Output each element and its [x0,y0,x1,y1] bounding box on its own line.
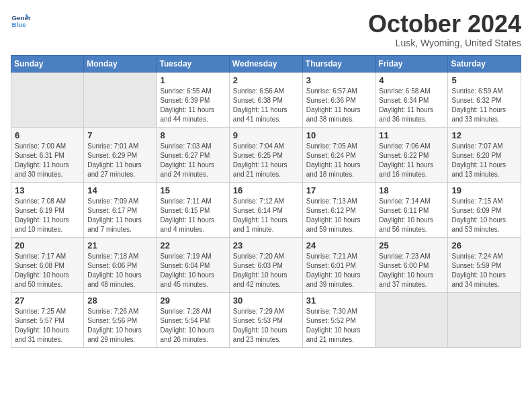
day-number: 30 [233,295,299,306]
day-cell: 12Sunrise: 7:07 AM Sunset: 6:20 PM Dayli… [448,127,521,182]
day-info: Sunrise: 7:12 AM Sunset: 6:14 PM Dayligh… [233,197,299,234]
calendar-body: 1Sunrise: 6:55 AM Sunset: 6:39 PM Daylig… [11,72,521,347]
day-cell: 3Sunrise: 6:57 AM Sunset: 6:36 PM Daylig… [302,72,375,127]
day-number: 11 [379,130,444,140]
weekday-header-sunday: Sunday [11,55,84,72]
day-info: Sunrise: 7:26 AM Sunset: 5:56 PM Dayligh… [87,307,152,345]
day-info: Sunrise: 7:11 AM Sunset: 6:15 PM Dayligh… [161,197,226,234]
day-cell: 7Sunrise: 7:01 AM Sunset: 6:29 PM Daylig… [84,127,157,182]
day-cell: 13Sunrise: 7:08 AM Sunset: 6:19 PM Dayli… [11,182,84,237]
day-cell: 28Sunrise: 7:26 AM Sunset: 5:56 PM Dayli… [84,292,157,347]
day-number: 23 [233,240,299,250]
weekday-header-friday: Friday [375,55,448,72]
day-cell [11,72,84,127]
day-cell: 15Sunrise: 7:11 AM Sunset: 6:15 PM Dayli… [157,182,229,237]
week-row-5: 27Sunrise: 7:25 AM Sunset: 5:57 PM Dayli… [11,292,521,347]
day-number: 18 [379,185,444,195]
day-number: 14 [87,185,152,195]
day-cell: 6Sunrise: 7:00 AM Sunset: 6:31 PM Daylig… [11,127,84,182]
day-cell: 31Sunrise: 7:30 AM Sunset: 5:52 PM Dayli… [302,292,375,347]
day-info: Sunrise: 7:15 AM Sunset: 6:09 PM Dayligh… [451,197,517,234]
logo-icon: General Blue [11,11,31,31]
day-cell: 14Sunrise: 7:09 AM Sunset: 6:17 PM Dayli… [84,182,157,237]
day-cell [375,292,448,347]
day-cell: 9Sunrise: 7:04 AM Sunset: 6:25 PM Daylig… [229,127,302,182]
day-info: Sunrise: 7:00 AM Sunset: 6:31 PM Dayligh… [15,142,80,179]
day-cell: 5Sunrise: 6:59 AM Sunset: 6:32 PM Daylig… [448,72,521,127]
day-number: 2 [233,75,299,85]
day-cell: 16Sunrise: 7:12 AM Sunset: 6:14 PM Dayli… [229,182,302,237]
day-cell: 20Sunrise: 7:17 AM Sunset: 6:08 PM Dayli… [11,237,84,292]
day-info: Sunrise: 6:55 AM Sunset: 6:39 PM Dayligh… [161,87,226,124]
weekday-header-saturday: Saturday [448,55,521,72]
weekday-header-thursday: Thursday [302,55,375,72]
day-info: Sunrise: 7:06 AM Sunset: 6:22 PM Dayligh… [379,142,444,179]
day-info: Sunrise: 7:08 AM Sunset: 6:19 PM Dayligh… [15,197,80,234]
day-cell: 25Sunrise: 7:23 AM Sunset: 6:00 PM Dayli… [375,237,448,292]
day-number: 4 [379,75,444,85]
day-number: 24 [306,240,372,250]
day-cell: 21Sunrise: 7:18 AM Sunset: 6:06 PM Dayli… [84,237,157,292]
day-info: Sunrise: 7:21 AM Sunset: 6:01 PM Dayligh… [306,252,372,289]
day-cell: 29Sunrise: 7:28 AM Sunset: 5:54 PM Dayli… [157,292,229,347]
weekday-header-tuesday: Tuesday [157,55,229,72]
logo: General Blue [11,11,31,31]
day-info: Sunrise: 7:07 AM Sunset: 6:20 PM Dayligh… [451,142,517,179]
header: General Blue October 2024 Lusk, Wyoming,… [11,11,521,48]
day-info: Sunrise: 7:30 AM Sunset: 5:52 PM Dayligh… [306,307,372,345]
day-cell: 11Sunrise: 7:06 AM Sunset: 6:22 PM Dayli… [375,127,448,182]
day-cell: 24Sunrise: 7:21 AM Sunset: 6:01 PM Dayli… [302,237,375,292]
day-number: 21 [87,240,152,250]
day-number: 28 [87,295,152,306]
day-info: Sunrise: 7:04 AM Sunset: 6:25 PM Dayligh… [233,142,299,179]
day-number: 27 [15,295,80,306]
day-info: Sunrise: 7:19 AM Sunset: 6:04 PM Dayligh… [161,252,226,289]
day-number: 1 [161,75,226,85]
day-number: 16 [233,185,299,195]
month-title: October 2024 [368,11,521,38]
svg-text:Blue: Blue [12,21,27,28]
day-info: Sunrise: 7:20 AM Sunset: 6:03 PM Dayligh… [233,252,299,289]
day-number: 17 [306,185,372,195]
weekday-header-monday: Monday [84,55,157,72]
weekday-row: SundayMondayTuesdayWednesdayThursdayFrid… [11,55,521,72]
day-number: 5 [451,75,517,85]
day-cell [84,72,157,127]
day-number: 12 [451,130,517,140]
week-row-3: 13Sunrise: 7:08 AM Sunset: 6:19 PM Dayli… [11,182,521,237]
day-cell: 18Sunrise: 7:14 AM Sunset: 6:11 PM Dayli… [375,182,448,237]
day-cell: 27Sunrise: 7:25 AM Sunset: 5:57 PM Dayli… [11,292,84,347]
day-info: Sunrise: 6:57 AM Sunset: 6:36 PM Dayligh… [306,87,372,124]
title-area: October 2024 Lusk, Wyoming, United State… [368,11,521,48]
day-info: Sunrise: 7:17 AM Sunset: 6:08 PM Dayligh… [15,252,80,289]
day-number: 7 [87,130,152,140]
day-number: 8 [161,130,226,140]
day-info: Sunrise: 7:05 AM Sunset: 6:24 PM Dayligh… [306,142,372,179]
day-number: 25 [379,240,444,250]
day-info: Sunrise: 7:25 AM Sunset: 5:57 PM Dayligh… [15,307,80,345]
day-cell: 2Sunrise: 6:56 AM Sunset: 6:38 PM Daylig… [229,72,302,127]
day-number: 13 [15,185,80,195]
day-info: Sunrise: 6:58 AM Sunset: 6:34 PM Dayligh… [379,87,444,124]
day-cell: 4Sunrise: 6:58 AM Sunset: 6:34 PM Daylig… [375,72,448,127]
day-number: 3 [306,75,372,85]
day-info: Sunrise: 7:01 AM Sunset: 6:29 PM Dayligh… [87,142,152,179]
week-row-4: 20Sunrise: 7:17 AM Sunset: 6:08 PM Dayli… [11,237,521,292]
day-cell: 10Sunrise: 7:05 AM Sunset: 6:24 PM Dayli… [302,127,375,182]
day-number: 22 [161,240,226,250]
day-number: 29 [161,295,226,306]
day-info: Sunrise: 7:29 AM Sunset: 5:53 PM Dayligh… [233,307,299,345]
day-cell: 19Sunrise: 7:15 AM Sunset: 6:09 PM Dayli… [448,182,521,237]
calendar-header: SundayMondayTuesdayWednesdayThursdayFrid… [11,55,521,72]
day-info: Sunrise: 7:24 AM Sunset: 5:59 PM Dayligh… [451,252,517,289]
day-number: 19 [451,185,517,195]
week-row-1: 1Sunrise: 6:55 AM Sunset: 6:39 PM Daylig… [11,72,521,127]
day-cell [448,292,521,347]
day-number: 20 [15,240,80,250]
day-cell: 30Sunrise: 7:29 AM Sunset: 5:53 PM Dayli… [229,292,302,347]
day-info: Sunrise: 7:23 AM Sunset: 6:00 PM Dayligh… [379,252,444,289]
day-cell: 23Sunrise: 7:20 AM Sunset: 6:03 PM Dayli… [229,237,302,292]
day-cell: 26Sunrise: 7:24 AM Sunset: 5:59 PM Dayli… [448,237,521,292]
day-info: Sunrise: 6:59 AM Sunset: 6:32 PM Dayligh… [451,87,517,124]
day-info: Sunrise: 7:03 AM Sunset: 6:27 PM Dayligh… [161,142,226,179]
